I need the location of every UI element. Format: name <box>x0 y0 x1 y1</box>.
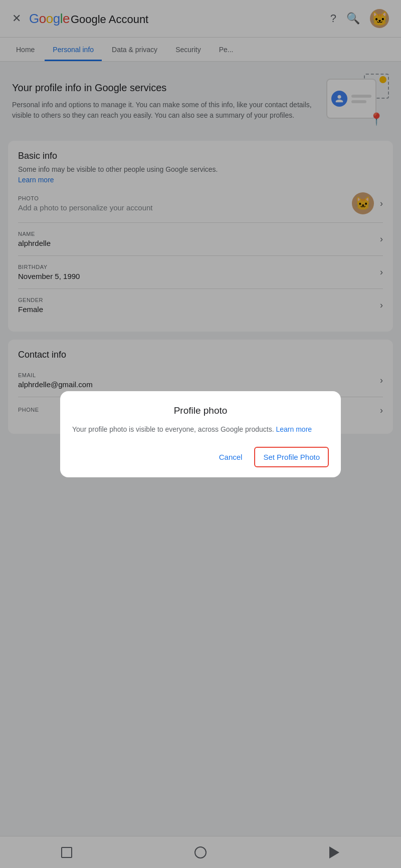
dialog-actions: Cancel Set Profile Photo <box>72 447 329 467</box>
dialog-title: Profile photo <box>72 405 329 416</box>
profile-photo-dialog: Profile photo Your profile photo is visi… <box>60 391 341 477</box>
set-profile-photo-button[interactable]: Set Profile Photo <box>254 447 329 467</box>
dialog-learn-more[interactable]: Learn more <box>276 425 312 433</box>
dialog-desc-text: Your profile photo is visible to everyon… <box>72 425 276 433</box>
cancel-button[interactable]: Cancel <box>211 447 251 467</box>
dialog-description: Your profile photo is visible to everyon… <box>72 424 329 435</box>
dialog-overlay: Profile photo Your profile photo is visi… <box>0 0 401 868</box>
